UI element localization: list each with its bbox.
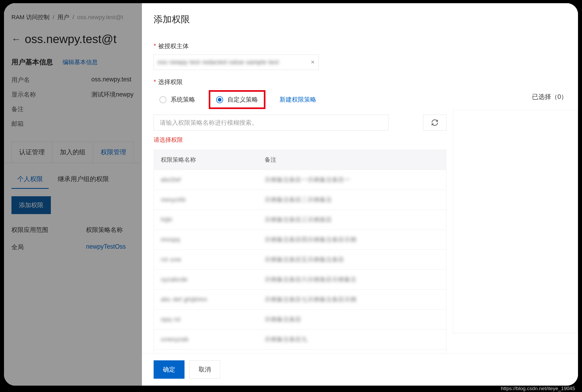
label-select-permission: *选择权限 [154, 78, 578, 86]
radio-circle-icon [216, 96, 223, 103]
policy-row[interactable]: vwxyzAb示例备注条目二示例备注 [154, 190, 446, 210]
radio-circle-icon [159, 96, 166, 103]
policy-row[interactable]: xyzabcde示例备注条目六示例条目示例备注 [154, 270, 446, 290]
required-asterisk: * [154, 78, 156, 85]
required-asterisk: * [154, 43, 156, 49]
policy-row[interactable]: opq rst示例备注条目 [154, 310, 446, 330]
drawer-title: 添加权限 [154, 13, 566, 26]
cancel-button[interactable]: 取消 [189, 360, 220, 379]
add-permission-drawer: 添加权限 *被授权主体 oss newpy test redacted valu… [142, 3, 578, 386]
confirm-button[interactable]: 确定 [154, 360, 185, 379]
selected-policies-box [453, 110, 578, 333]
policy-row[interactable]: uvwxyzab示例备注条目九 [154, 330, 446, 349]
validation-warning: 请选择权限 [154, 136, 446, 144]
selected-policies-panel [453, 109, 578, 333]
radio-custom-policy[interactable]: 自定义策略 [209, 90, 265, 109]
refresh-icon [431, 119, 438, 126]
watermark-text: https://blog.csdn.net/iteye_19045 [501, 386, 575, 391]
drawer-footer: 确定 取消 [142, 353, 578, 386]
policy-row[interactable]: abc def ghijklmn示例备注条目七示例备注条目示例 [154, 290, 446, 310]
radio-system-policy[interactable]: 系统策略 [154, 92, 201, 107]
policy-row[interactable]: hijkl示例备注条目三示例条目 [154, 210, 446, 230]
radio-custom-label: 自定义策略 [227, 95, 258, 104]
clear-principal-icon[interactable]: ✕ [308, 59, 315, 65]
policy-col-name: 权限策略名称 [154, 150, 258, 170]
policy-row[interactable]: mnopq示例备注条目四示例备注条目示例 [154, 230, 446, 250]
principal-value: oss newpy test redacted value sample tex… [158, 59, 308, 66]
policy-col-remark: 备注 [258, 150, 446, 170]
policy-row[interactable]: abcDef示例备注条目一示例备注条目一 [154, 170, 446, 190]
principal-input[interactable]: oss newpy test redacted value sample tex… [154, 55, 319, 70]
policy-row-added[interactable]: newpyTestOssMaterial测试环境素材 （已添加） [154, 349, 446, 353]
create-policy-link[interactable]: 新建权限策略 [280, 95, 316, 104]
radio-system-label: 系统策略 [171, 95, 195, 104]
policy-table: 权限策略名称 备注 abcDef示例备注条目一示例备注条目一 vwxyzAb示例… [154, 150, 446, 353]
policy-table-header: 权限策略名称 备注 [154, 150, 446, 170]
policy-row[interactable]: rst uvw示例备注条目五示例备注条目 [154, 250, 446, 270]
selected-count-title: 已选择（0） [532, 93, 567, 101]
policy-search-input[interactable] [154, 115, 388, 131]
label-principal: *被授权主体 [154, 42, 578, 50]
refresh-button[interactable] [423, 115, 446, 131]
